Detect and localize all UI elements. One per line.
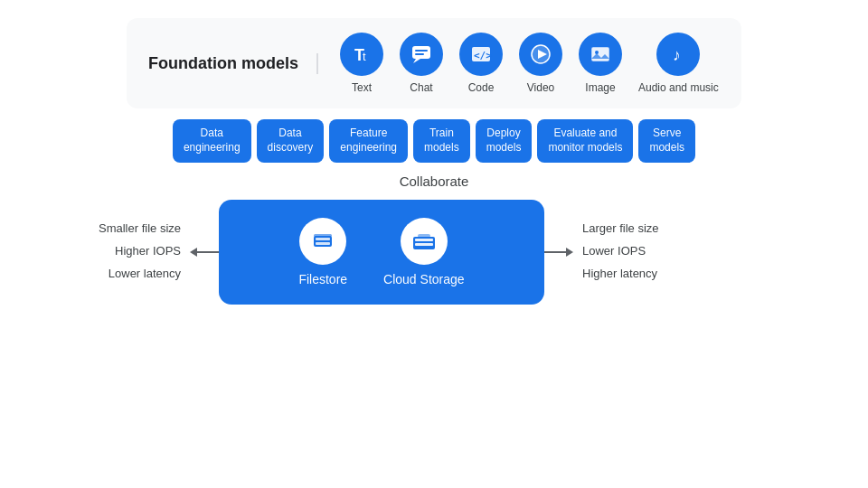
- badge-feature-engineering: Feature engineering: [329, 119, 408, 162]
- badge-serve-models: Serve models: [638, 119, 695, 162]
- audio-label: Audio and music: [638, 81, 719, 94]
- cloud-storage-icon: [401, 218, 448, 265]
- video-icon: [519, 33, 562, 76]
- svg-rect-11: [591, 47, 609, 61]
- icon-item-audio: ♪ Audio and music: [638, 33, 719, 94]
- svg-rect-4: [415, 50, 428, 52]
- badge-deploy-models: Deploy models: [476, 119, 533, 162]
- foundation-section: Foundation models T t Text: [127, 18, 741, 108]
- right-label-3: Higher latency: [582, 265, 700, 284]
- right-arrow-head: [566, 248, 573, 257]
- storage-box: Filestore Cloud Storage: [219, 200, 544, 305]
- svg-text:t: t: [363, 50, 366, 63]
- svg-rect-23: [418, 234, 430, 238]
- storage-left-labels: Smaller file size Higher IOPS Lower late…: [63, 220, 190, 283]
- svg-marker-3: [413, 59, 420, 63]
- image-label: Image: [585, 81, 615, 94]
- svg-rect-16: [314, 236, 332, 247]
- collaborate-label: Collaborate: [400, 174, 469, 189]
- left-arrow: [190, 248, 219, 257]
- left-label-1: Smaller file size: [63, 220, 181, 239]
- cloud-storage-label: Cloud Storage: [383, 272, 465, 286]
- left-arrow-line: [197, 251, 219, 253]
- svg-rect-2: [412, 46, 430, 59]
- left-arrow-head: [190, 248, 197, 257]
- image-icon: [579, 33, 622, 76]
- filestore-label: Filestore: [298, 272, 347, 286]
- badge-train-models: Train models: [413, 119, 470, 162]
- text-icon: T t: [340, 33, 383, 76]
- svg-rect-22: [415, 243, 433, 246]
- storage-right-labels: Larger file size Lower IOPS Higher laten…: [573, 220, 700, 283]
- filestore-icon: [299, 218, 346, 265]
- chat-icon: [400, 33, 443, 76]
- left-label-3: Lower latency: [63, 265, 181, 284]
- main-container: Foundation models T t Text: [0, 0, 868, 488]
- right-arrow: [544, 248, 573, 257]
- svg-rect-19: [314, 234, 332, 237]
- svg-rect-17: [316, 238, 330, 240]
- right-arrow-line: [544, 251, 566, 253]
- audio-icon: ♪: [656, 33, 700, 76]
- code-label: Code: [468, 81, 495, 94]
- right-label-2: Lower IOPS: [582, 242, 700, 261]
- badge-evaluate-monitor: Evaluate and monitor models: [537, 119, 633, 162]
- storage-row: Smaller file size Higher IOPS Lower late…: [63, 200, 805, 305]
- icon-item-image: Image: [579, 33, 622, 94]
- badge-data-engineering: Data engineering: [173, 119, 251, 162]
- svg-rect-18: [316, 242, 330, 245]
- cloud-storage-item: Cloud Storage: [383, 218, 465, 286]
- svg-rect-21: [415, 239, 433, 241]
- icon-item-video: Video: [519, 33, 562, 94]
- icon-item-code: </> Code: [459, 33, 503, 94]
- icon-item-text: T t Text: [340, 33, 383, 94]
- svg-text:</>: </>: [474, 50, 492, 61]
- svg-text:♪: ♪: [673, 46, 681, 64]
- chat-label: Chat: [410, 81, 432, 94]
- icon-item-chat: Chat: [400, 33, 443, 94]
- badge-data-discovery: Data discovery: [257, 119, 325, 162]
- right-label-1: Larger file size: [582, 220, 700, 239]
- text-label: Text: [352, 81, 372, 94]
- foundation-title: Foundation models: [148, 53, 318, 74]
- code-icon: </>: [459, 33, 503, 76]
- pipeline-row: Data engineering Data discovery Feature …: [173, 119, 695, 162]
- svg-rect-5: [415, 53, 424, 55]
- filestore-item: Filestore: [298, 218, 347, 286]
- video-label: Video: [527, 81, 554, 94]
- foundation-icons: T t Text Chat: [318, 33, 719, 94]
- left-label-2: Higher IOPS: [63, 242, 181, 261]
